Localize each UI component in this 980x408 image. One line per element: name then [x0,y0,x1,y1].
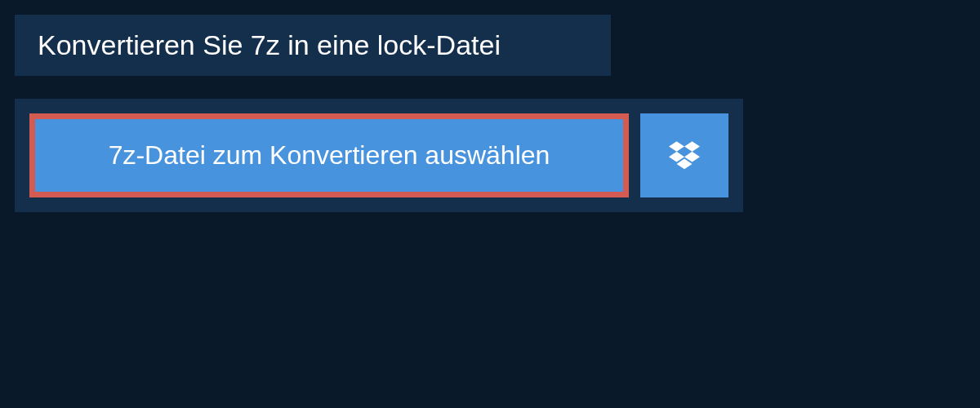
page-title: Konvertieren Sie 7z in eine lock-Datei [38,29,588,61]
dropbox-icon [669,139,700,173]
dropbox-button[interactable] [640,113,728,197]
upload-panel: 7z-Datei zum Konvertieren auswählen [15,99,743,212]
select-file-label: 7z-Datei zum Konvertieren auswählen [109,140,550,171]
select-file-button[interactable]: 7z-Datei zum Konvertieren auswählen [29,113,629,197]
header-bar: Konvertieren Sie 7z in eine lock-Datei [15,15,611,76]
